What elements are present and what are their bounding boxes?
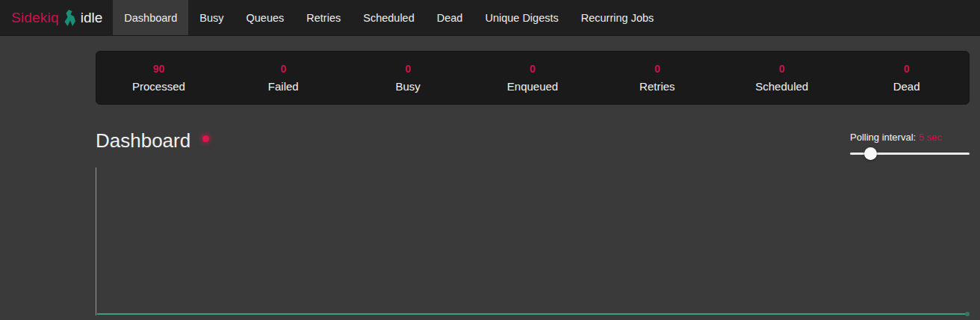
stat-scheduled-value: 0 xyxy=(719,63,844,75)
stat-processed[interactable]: 90 Processed xyxy=(96,63,221,93)
page-container: 90 Processed 0 Failed 0 Busy 0 Enqueued … xyxy=(96,51,970,316)
nav-menu: Dashboard Busy Queues Retries Scheduled … xyxy=(113,0,665,35)
stats-summary-bar: 90 Processed 0 Failed 0 Busy 0 Enqueued … xyxy=(96,51,970,105)
nav-item-unique-digests[interactable]: Unique Digests xyxy=(474,0,569,35)
page-title: Dashboard xyxy=(96,130,209,152)
stat-processed-value: 90 xyxy=(96,63,221,75)
stat-retries-label: Retries xyxy=(595,80,719,93)
nav-item-retries[interactable]: Retries xyxy=(295,0,352,35)
stat-scheduled-label: Scheduled xyxy=(719,80,844,93)
sidekiq-brand-link[interactable]: Sidekiq idle xyxy=(0,0,113,35)
stat-failed-value: 0 xyxy=(221,63,346,75)
graph-endpoint-dot xyxy=(965,312,970,316)
stat-busy[interactable]: 0 Busy xyxy=(346,63,471,93)
realtime-graph xyxy=(96,167,970,316)
live-beacon-indicator xyxy=(202,135,209,142)
stat-scheduled[interactable]: 0 Scheduled xyxy=(719,63,844,93)
stat-enqueued[interactable]: 0 Enqueued xyxy=(471,63,595,93)
nav-item-scheduled[interactable]: Scheduled xyxy=(352,0,426,35)
stat-dead-label: Dead xyxy=(844,80,969,93)
stat-busy-label: Busy xyxy=(346,80,471,93)
polling-interval-label-row: Polling interval: 5 sec xyxy=(850,132,970,143)
polling-interval-slider-thumb[interactable] xyxy=(864,147,877,160)
stat-failed-label: Failed xyxy=(221,80,346,93)
polling-interval-control: Polling interval: 5 sec xyxy=(850,130,970,155)
stat-retries[interactable]: 0 Retries xyxy=(595,63,719,93)
stat-dead-value: 0 xyxy=(844,63,969,75)
page-title-text: Dashboard xyxy=(96,130,190,152)
nav-item-queues[interactable]: Queues xyxy=(235,0,295,35)
polling-interval-label: Polling interval: xyxy=(850,132,916,143)
polling-interval-value: 5 sec xyxy=(919,132,942,143)
sidekiq-logo-text: Sidekiq xyxy=(11,10,59,26)
stat-dead[interactable]: 0 Dead xyxy=(844,63,969,93)
polling-interval-slider[interactable] xyxy=(850,153,970,155)
dashboard-header-row: Dashboard Polling interval: 5 sec xyxy=(96,130,970,166)
navbar: Sidekiq idle Dashboard Busy Queues Retri… xyxy=(0,0,980,36)
nav-item-dead[interactable]: Dead xyxy=(426,0,474,35)
stat-retries-value: 0 xyxy=(595,63,719,75)
stat-busy-value: 0 xyxy=(346,63,471,75)
stat-enqueued-label: Enqueued xyxy=(471,80,595,93)
nav-item-recurring-jobs[interactable]: Recurring Jobs xyxy=(570,0,666,35)
sidekiq-mascot-icon xyxy=(64,10,75,26)
nav-item-dashboard[interactable]: Dashboard xyxy=(113,0,188,35)
process-status-text: idle xyxy=(81,10,103,26)
stat-enqueued-value: 0 xyxy=(471,63,595,75)
stat-failed[interactable]: 0 Failed xyxy=(221,63,346,93)
graph-flatline-series xyxy=(97,313,968,315)
stat-processed-label: Processed xyxy=(96,80,221,93)
nav-item-busy[interactable]: Busy xyxy=(188,0,235,35)
